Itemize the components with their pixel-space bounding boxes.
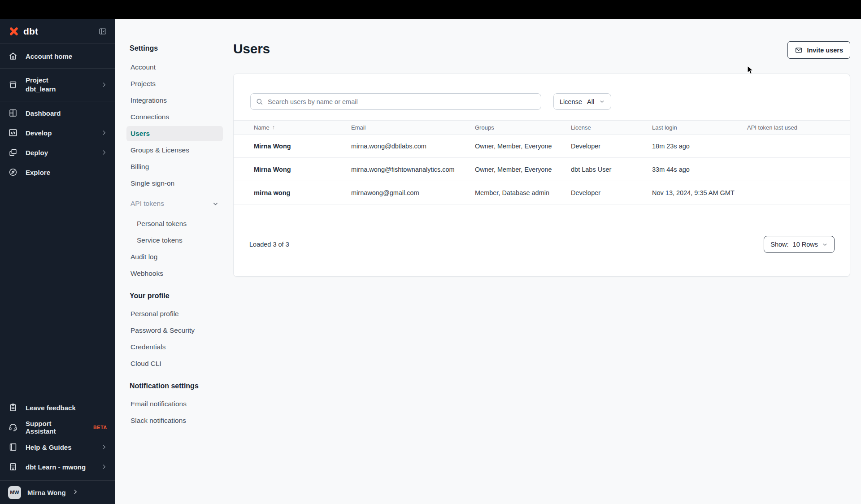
settings-nav-groups-licenses[interactable]: Groups & Licenses [126, 143, 223, 158]
table-row[interactable]: mirna wong mirnawong@gmail.com Member, D… [234, 181, 850, 204]
settings-nav-slack-notifications[interactable]: Slack notifications [126, 413, 223, 428]
sidebar-item-leave-feedback[interactable]: Leave feedback [0, 398, 115, 417]
chevron-right-icon [101, 444, 107, 450]
sidebar-item-project[interactable]: Project dbt_learn [0, 69, 115, 101]
sidebar-header: dbt [0, 19, 115, 44]
sidebar-item-dbt-learn[interactable]: dbt Learn - mwong [0, 457, 115, 477]
cell-groups: Owner, Member, Everyone [475, 166, 571, 173]
home-icon [8, 51, 18, 61]
dashboard-grid-icon [8, 108, 18, 118]
settings-nav-email-notifications[interactable]: Email notifications [126, 396, 223, 412]
settings-nav-single-sign-on[interactable]: Single sign-on [126, 176, 223, 191]
users-table-header: Name ↑ Email Groups License Last login A… [234, 120, 850, 135]
settings-nav-cloud-cli[interactable]: Cloud CLI [126, 356, 223, 371]
settings-nav-billing[interactable]: Billing [126, 159, 223, 174]
sidebar-item-help-guides[interactable]: Help & Guides [0, 437, 115, 457]
sidebar-collapse-button[interactable] [98, 27, 107, 36]
sidebar-item-label: Account home [26, 52, 72, 60]
license-filter-dropdown[interactable]: License All [553, 93, 611, 110]
dbt-logo[interactable]: dbt [8, 26, 38, 37]
sidebar-project-labels: Project dbt_learn [26, 77, 56, 93]
show-rows-dropdown[interactable]: Show: 10 Rows [764, 236, 835, 253]
column-header-api-token[interactable]: API token last used [747, 124, 850, 131]
settings-nav-audit-log[interactable]: Audit log [126, 249, 223, 265]
settings-nav-personal-profile[interactable]: Personal profile [126, 306, 223, 322]
chevron-down-icon [599, 99, 605, 104]
settings-nav-api-tokens[interactable]: API tokens [126, 196, 223, 211]
code-window-icon [8, 128, 18, 138]
sidebar-item-support-assistant[interactable]: Support Assistant BETA [0, 417, 115, 437]
sidebar-project-name: dbt_learn [26, 86, 56, 93]
sidebar-item-develop[interactable]: Develop [0, 123, 115, 143]
chevron-right-icon [72, 489, 78, 496]
envelope-icon [795, 46, 803, 54]
chevron-right-icon [101, 149, 107, 156]
column-header-last-login[interactable]: Last login [652, 124, 747, 131]
search-input[interactable] [250, 93, 541, 110]
settings-nav-service-tokens[interactable]: Service tokens [126, 233, 223, 248]
cell-email: mirna.wong@dbtlabs.com [351, 143, 475, 150]
project-box-icon [8, 80, 18, 90]
invite-users-label: Invite users [807, 47, 843, 54]
cell-license: Developer [571, 143, 652, 150]
settings-nav-projects[interactable]: Projects [126, 76, 223, 91]
settings-nav-users[interactable]: Users [126, 126, 223, 141]
sidebar-item-explore[interactable]: Explore [0, 162, 115, 182]
avatar: MW [8, 486, 21, 499]
sidebar-item-dashboard[interactable]: Dashboard [0, 103, 115, 123]
sidebar-item-label: Explore [26, 169, 50, 176]
sidebar-item-deploy[interactable]: Deploy [0, 143, 115, 162]
app-layout: dbt Account home [0, 19, 861, 504]
search-wrap [250, 93, 541, 110]
settings-nav-integrations[interactable]: Integrations [126, 93, 223, 108]
cell-name: mirna wong [254, 189, 351, 196]
sidebar-item-label: Leave feedback [26, 404, 76, 412]
settings-nav-personal-tokens[interactable]: Personal tokens [126, 216, 223, 231]
cell-email: mirnawong@gmail.com [351, 189, 475, 196]
chevron-down-icon [212, 200, 219, 207]
license-filter-label: License [560, 98, 582, 105]
table-row[interactable]: Mirna Wong mirna.wong@fishtownanalytics.… [234, 158, 850, 181]
sidebar-item-account-home[interactable]: Account home [0, 44, 115, 69]
column-header-name[interactable]: Name ↑ [254, 124, 351, 131]
settings-nav: Settings Account Projects Integrations C… [115, 19, 233, 504]
book-icon [8, 442, 18, 452]
settings-nav-account[interactable]: Account [126, 60, 223, 75]
table-row[interactable]: Mirna Wong mirna.wong@dbtlabs.com Owner,… [234, 135, 850, 158]
dbt-cloud-app: dbt Account home [0, 0, 861, 504]
your-profile-title: Your profile [130, 292, 225, 300]
settings-nav-credentials[interactable]: Credentials [126, 339, 223, 355]
license-filter-value: All [587, 98, 594, 105]
column-header-license[interactable]: License [571, 124, 652, 131]
invite-users-button[interactable]: Invite users [787, 41, 850, 59]
chevron-down-icon [822, 242, 828, 248]
beta-badge: BETA [93, 425, 107, 430]
users-card: License All Name ↑ Email Groups License [233, 74, 850, 277]
table-footer: Loaded 3 of 3 Show: 10 Rows [249, 236, 835, 253]
cell-name: Mirna Wong [254, 143, 351, 150]
settings-nav-webhooks[interactable]: Webhooks [126, 266, 223, 281]
chevron-right-icon [101, 464, 107, 470]
cell-groups: Owner, Member, Everyone [475, 143, 571, 150]
dbt-logo-icon [8, 26, 20, 37]
sidebar-user-menu[interactable]: MW Mirna Wong [0, 480, 115, 504]
column-header-groups[interactable]: Groups [475, 124, 571, 131]
cell-license: dbt Labs User [571, 166, 652, 173]
column-label: Name [254, 124, 270, 131]
main-content: Users Invite users [233, 19, 861, 504]
settings-nav-connections[interactable]: Connections [126, 109, 223, 125]
sidebar-item-label: Deploy [26, 149, 48, 156]
search-icon [256, 98, 263, 107]
settings-nav-password-security[interactable]: Password & Security [126, 323, 223, 338]
app-sidebar: dbt Account home [0, 19, 115, 504]
notification-settings-title: Notification settings [130, 382, 225, 390]
clipboard-icon [8, 403, 18, 413]
column-header-email[interactable]: Email [351, 124, 475, 131]
sort-ascending-icon: ↑ [272, 124, 275, 130]
sidebar-item-label: Develop [26, 129, 52, 137]
headset-icon [8, 422, 18, 432]
sidebar-item-label: Support Assistant [26, 420, 81, 435]
sidebar-item-label: Project [26, 77, 56, 84]
page-title: Users [233, 41, 270, 56]
show-rows-label: Show: [770, 241, 788, 248]
